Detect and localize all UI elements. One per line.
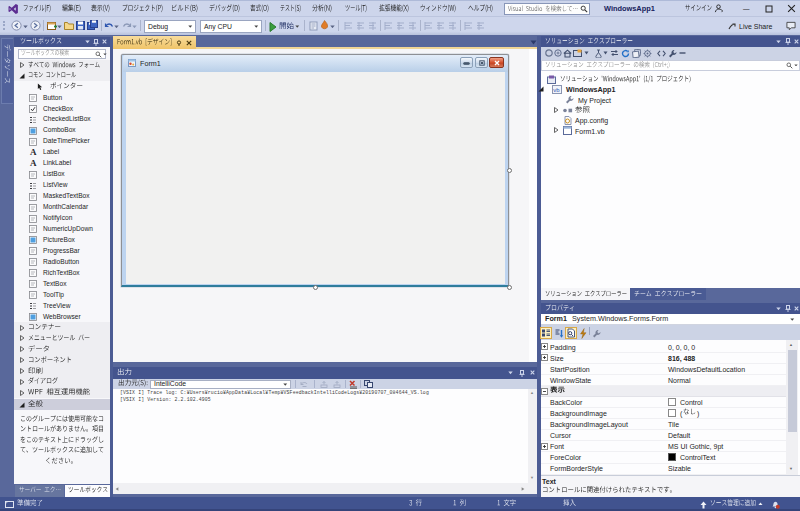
svg-text:vb: vb [553,87,560,93]
